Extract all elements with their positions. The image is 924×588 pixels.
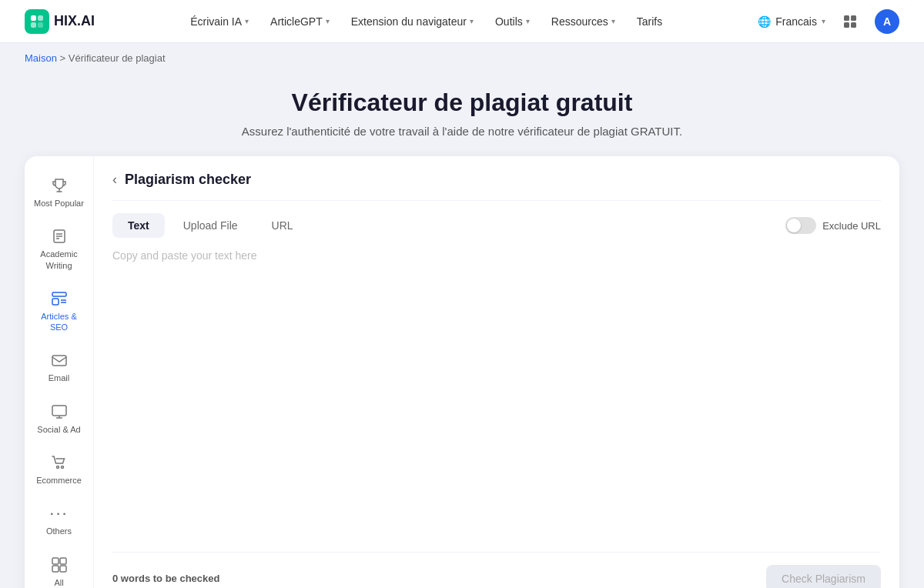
word-count: 0 words to be checked	[112, 573, 219, 584]
nav-extension[interactable]: Extension du navigateur ▾	[351, 15, 474, 28]
sidebar-item-academic-writing[interactable]: Academic Writing	[29, 219, 89, 279]
breadcrumb-separator: >	[60, 52, 69, 64]
page-title: Vérificateur de plagiat gratuit	[25, 89, 899, 117]
sidebar-label-social-ad: Social & Ad	[37, 424, 80, 435]
trophy-icon	[51, 176, 68, 195]
sidebar-label-all: All	[54, 577, 63, 588]
svg-rect-7	[851, 22, 856, 28]
svg-rect-5	[851, 15, 856, 21]
language-selector[interactable]: 🌐 Francais ▾	[758, 15, 825, 28]
sidebar-label-others: Others	[46, 526, 72, 536]
back-button[interactable]: ‹	[112, 172, 117, 188]
sidebar-label-email: Email	[49, 373, 70, 383]
nav-outils[interactable]: Outils ▾	[495, 15, 530, 28]
chevron-down-icon: ▾	[470, 17, 474, 25]
logo-text: HIX.AI	[54, 13, 95, 29]
dots-icon: ···	[49, 504, 68, 523]
nav-ressources[interactable]: Ressources ▾	[551, 15, 615, 28]
tabs: Text Upload File URL	[112, 213, 785, 238]
sidebar-item-email[interactable]: Email	[29, 343, 89, 391]
toggle-switch[interactable]	[785, 217, 816, 234]
all-icon	[51, 556, 68, 574]
sidebar-label-academic: Academic Writing	[34, 249, 84, 271]
sidebar-item-articles-seo[interactable]: Articles & SEO	[29, 282, 89, 341]
svg-rect-12	[52, 292, 66, 296]
svg-rect-17	[52, 406, 66, 416]
word-count-number: 0	[112, 573, 118, 584]
cart-icon	[51, 453, 68, 472]
nav-articlegpt[interactable]: ArticleGPT ▾	[270, 15, 330, 28]
hero-section: Vérificateur de plagiat gratuit Assurez …	[0, 73, 924, 156]
breadcrumb-home[interactable]: Maison	[25, 52, 57, 64]
check-plagiarism-button[interactable]: Check Plagiarism	[766, 565, 881, 588]
tabs-row: Text Upload File URL Exclude URL	[112, 213, 881, 238]
avatar[interactable]: A	[875, 9, 899, 34]
chevron-down-icon: ▾	[245, 17, 249, 25]
chevron-down-icon: ▾	[822, 17, 825, 25]
tab-upload-file[interactable]: Upload File	[168, 213, 253, 238]
svg-rect-3	[38, 22, 43, 28]
word-count-suffix: words	[121, 573, 150, 584]
tool-header: ‹ Plagiarism checker	[112, 172, 881, 201]
breadcrumb: Maison > Vérificateur de plagiat	[0, 43, 924, 73]
svg-rect-25	[60, 566, 66, 572]
svg-point-21	[61, 466, 63, 469]
sidebar-item-social-ad[interactable]: Social & Ad	[29, 395, 89, 443]
svg-rect-2	[31, 22, 36, 28]
nav-ecrivain-ia[interactable]: Écrivain IA ▾	[190, 15, 249, 28]
main-content: Most Popular Academic Writing	[0, 156, 924, 588]
chevron-down-icon: ▾	[326, 17, 330, 25]
svg-rect-23	[60, 558, 66, 564]
social-icon	[51, 403, 68, 421]
nav-tarifs[interactable]: Tarifs	[637, 15, 662, 28]
main-nav: Écrivain IA ▾ ArticleGPT ▾ Extension du …	[190, 15, 662, 28]
tab-url[interactable]: URL	[256, 213, 309, 238]
email-icon	[51, 351, 68, 369]
sidebar-item-all[interactable]: All	[29, 548, 89, 588]
word-count-action: to be checked	[153, 573, 220, 584]
tab-text[interactable]: Text	[112, 213, 165, 238]
sidebar-label-most-popular: Most Popular	[34, 198, 84, 209]
hero-subtitle: Assurez l'authenticité de votre travail …	[25, 125, 899, 138]
grid-icon[interactable]	[838, 9, 862, 34]
svg-rect-22	[52, 558, 59, 564]
sidebar-label-articles-seo: Articles & SEO	[34, 311, 84, 333]
svg-rect-1	[38, 15, 43, 21]
svg-rect-13	[52, 299, 59, 305]
svg-rect-0	[31, 15, 36, 21]
tool-area: ‹ Plagiarism checker Text Upload File UR…	[94, 156, 899, 588]
svg-rect-16	[52, 356, 66, 366]
header: HIX.AI Écrivain IA ▾ ArticleGPT ▾ Extens…	[0, 0, 924, 43]
exclude-url-label: Exclude URL	[822, 220, 881, 232]
svg-rect-4	[844, 15, 849, 21]
svg-point-20	[56, 466, 59, 469]
sidebar-item-ecommerce[interactable]: Ecommerce	[29, 446, 89, 493]
academic-icon	[51, 227, 68, 246]
logo[interactable]: HIX.AI	[25, 9, 95, 34]
sidebar: Most Popular Academic Writing	[25, 156, 94, 588]
chevron-down-icon: ▾	[611, 17, 615, 25]
breadcrumb-current: Vérificateur de plagiat	[69, 52, 166, 64]
sidebar-label-ecommerce: Ecommerce	[36, 475, 82, 486]
chevron-down-icon: ▾	[526, 17, 530, 25]
logo-icon	[25, 9, 49, 34]
text-input[interactable]	[112, 247, 881, 540]
svg-rect-24	[52, 566, 59, 572]
header-right: 🌐 Francais ▾ A	[758, 9, 899, 34]
svg-rect-6	[844, 22, 849, 28]
globe-icon: 🌐	[758, 15, 771, 28]
tool-card: Most Popular Academic Writing	[25, 156, 899, 588]
tool-title: Plagiarism checker	[125, 172, 251, 188]
sidebar-item-most-popular[interactable]: Most Popular	[29, 169, 89, 216]
exclude-url-toggle: Exclude URL	[785, 217, 881, 234]
toggle-knob	[787, 219, 801, 232]
sidebar-item-others[interactable]: ··· Others	[29, 496, 89, 544]
tool-footer: 0 words to be checked Check Plagiarism	[112, 552, 881, 588]
articles-icon	[51, 289, 68, 308]
